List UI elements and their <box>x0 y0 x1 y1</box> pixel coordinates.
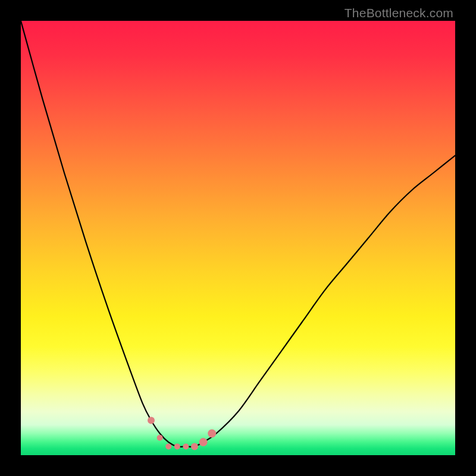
chart-stage: TheBottleneck.com <box>0 0 476 476</box>
curve-marker <box>208 430 216 438</box>
optimal-range-markers <box>148 417 216 450</box>
bottleneck-curve <box>21 21 455 447</box>
curve-marker <box>148 417 155 424</box>
curve-marker <box>174 443 180 449</box>
curve-marker <box>157 435 163 441</box>
curve-marker <box>165 443 171 449</box>
plot-area <box>21 21 455 455</box>
curve-marker <box>191 443 198 450</box>
curve-marker <box>183 443 189 449</box>
chart-overlay-svg <box>21 21 455 455</box>
curve-marker <box>199 438 208 446</box>
attribution-text: TheBottleneck.com <box>345 6 453 20</box>
